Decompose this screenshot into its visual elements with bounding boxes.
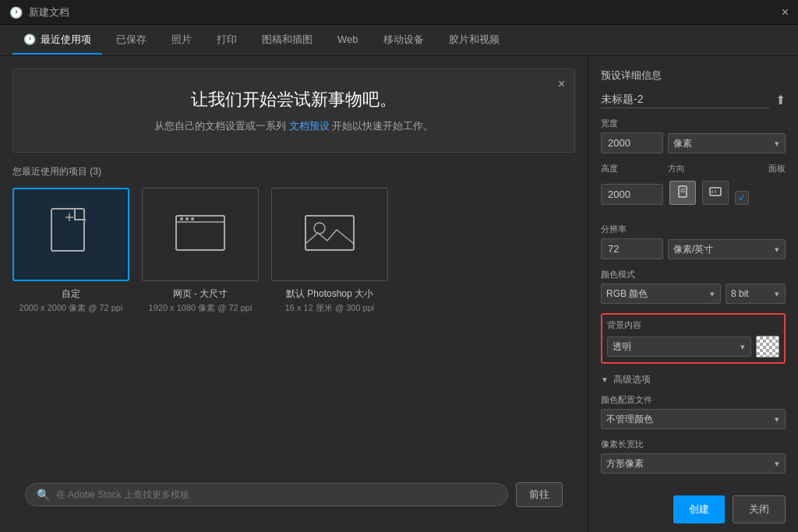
width-unit-select[interactable]: 像素 英寸 厘米 毫米 — [668, 133, 786, 153]
bg-content-row: 透明 白色 背景色 自定 — [607, 336, 779, 358]
svg-point-6 — [185, 217, 189, 220]
height-orientation-group: 高度 方向 面板 — [601, 163, 786, 214]
height-orient-row: ✓ — [601, 181, 786, 205]
banner-close-button[interactable]: × — [558, 77, 565, 91]
tab-art[interactable]: 图稿和插图 — [251, 26, 323, 55]
width-unit-wrap: 像素 英寸 厘米 毫米 — [668, 133, 786, 153]
portrait-button[interactable] — [669, 181, 696, 205]
tab-film[interactable]: 胶片和视频 — [438, 26, 510, 55]
recent-item-size-web: 1920 x 1080 像素 @ 72 ppi — [149, 302, 252, 314]
landscape-button[interactable] — [702, 181, 729, 205]
search-input-wrap[interactable]: 🔍 — [25, 483, 508, 506]
width-label: 宽度 — [601, 118, 786, 129]
bg-content-highlighted-group: 背景内容 透明 白色 背景色 自定 — [601, 313, 786, 364]
color-profile-group: 颜色配置文件 不管理颜色 sRGB Adobe RGB — [601, 394, 786, 429]
resolution-label: 分辨率 — [601, 224, 786, 235]
resolution-row: 像素/英寸 像素/厘米 — [601, 238, 786, 259]
height-orient-labels: 高度 方向 面板 — [601, 163, 786, 178]
close-button[interactable]: 关闭 — [733, 495, 786, 523]
banner-title: 让我们开始尝试新事物吧。 — [29, 88, 559, 111]
recent-items-list: 自定 2000 x 2000 像素 @ 72 ppi — [12, 188, 575, 314]
tab-photos[interactable]: 照片 — [161, 26, 203, 55]
color-profile-select-wrap: 不管理颜色 sRGB Adobe RGB — [601, 409, 786, 429]
recent-item-web[interactable]: 网页 - 大尺寸 1920 x 1080 像素 @ 72 ppi — [142, 188, 259, 314]
color-mode-select[interactable]: RGB 颜色 CMYK 颜色 灰度 — [601, 284, 721, 304]
recent-item-size-photoshop: 16 x 12 厘米 @ 300 ppi — [285, 302, 375, 314]
resolution-group: 分辨率 像素/英寸 像素/厘米 — [601, 224, 786, 259]
height-label: 高度 — [601, 163, 663, 174]
bg-content-label: 背景内容 — [607, 319, 779, 331]
banner: × 让我们开始尝试新事物吧。 从您自己的文档设置或一系列 文档预设 开始以快速开… — [12, 69, 575, 153]
tab-bar: 🕐 最近使用项 已保存 照片 打印 图稿和插图 Web 移动设备 胶片和视频 — [0, 25, 798, 56]
color-mode-select-wrap: RGB 颜色 CMYK 颜色 灰度 — [601, 284, 721, 304]
save-preset-button[interactable]: ⬆ — [775, 93, 786, 107]
tab-mobile[interactable]: 移动设备 — [373, 26, 435, 55]
recent-item-thumb-photoshop — [271, 188, 388, 281]
dialog: 🕐 最近使用项 已保存 照片 打印 图稿和插图 Web 移动设备 胶片和视频 — [0, 25, 798, 532]
bg-content-select[interactable]: 透明 白色 背景色 自定 — [607, 336, 751, 357]
color-profile-label: 颜色配置文件 — [601, 394, 786, 406]
recent-item-label-photoshop: 默认 Photoshop 大小 — [286, 287, 373, 301]
main-content: × 让我们开始尝试新事物吧。 从您自己的文档设置或一系列 文档预设 开始以快速开… — [0, 56, 798, 532]
banner-subtitle-text: 从您自己的文档设置或一系列 — [154, 120, 286, 132]
recent-item-thumb-web — [142, 188, 259, 281]
recent-item-thumb-custom — [12, 188, 129, 281]
pixel-aspect-select-wrap: 方形像素 D1/DV NTSC D1/DV PAL — [601, 453, 786, 474]
document-name-input[interactable] — [601, 92, 769, 108]
advanced-arrow-icon: ▼ — [601, 375, 609, 384]
recent-item-photoshop[interactable]: 默认 Photoshop 大小 16 x 12 厘米 @ 300 ppi — [271, 188, 388, 314]
search-bar: 🔍 前往 — [12, 470, 575, 520]
orientation-label: 方向 — [668, 163, 764, 174]
banner-link[interactable]: 文档预设 — [289, 120, 330, 132]
height-input[interactable] — [601, 184, 663, 205]
panel-title: 预设详细信息 — [601, 69, 786, 83]
svg-point-5 — [180, 217, 183, 220]
search-icon: 🔍 — [37, 488, 50, 501]
color-mode-group: 颜色模式 RGB 颜色 CMYK 颜色 灰度 8 bit 16 bit — [601, 269, 786, 304]
recent-section: 您最近使用的项目 (3) 自定 2000 — [0, 153, 588, 314]
color-mode-row: RGB 颜色 CMYK 颜色 灰度 8 bit 16 bit 32 bit — [601, 284, 786, 304]
svg-rect-8 — [305, 216, 354, 250]
recent-item-label-web: 网页 - 大尺寸 — [173, 287, 228, 301]
width-row: 像素 英寸 厘米 毫米 — [601, 132, 786, 153]
pixel-aspect-group: 像素长宽比 方形像素 D1/DV NTSC D1/DV PAL — [601, 439, 786, 474]
create-button[interactable]: 创建 — [673, 495, 725, 523]
width-input[interactable] — [601, 132, 663, 153]
tab-print[interactable]: 打印 — [206, 26, 248, 55]
left-panel: × 让我们开始尝试新事物吧。 从您自己的文档设置或一系列 文档预设 开始以快速开… — [0, 56, 588, 532]
color-depth-select-wrap: 8 bit 16 bit 32 bit — [726, 284, 786, 304]
clock-tab-icon: 🕐 — [23, 33, 36, 45]
title-bar-title: 新建文档 — [29, 5, 69, 19]
svg-rect-3 — [176, 216, 224, 250]
pixel-aspect-select[interactable]: 方形像素 D1/DV NTSC D1/DV PAL — [601, 453, 786, 474]
color-profile-select[interactable]: 不管理颜色 sRGB Adobe RGB — [601, 409, 786, 429]
recent-section-title: 您最近使用的项目 (3) — [12, 165, 575, 178]
tab-web[interactable]: Web — [327, 27, 369, 53]
color-depth-select[interactable]: 8 bit 16 bit 32 bit — [726, 284, 786, 304]
window-close-button[interactable]: × — [782, 5, 789, 19]
banner-subtitle-suffix: 开始以快速开始工作。 — [332, 120, 433, 132]
advanced-label: 高级选项 — [613, 373, 651, 386]
resolution-unit-wrap: 像素/英寸 像素/厘米 — [668, 239, 786, 259]
svg-point-9 — [314, 223, 325, 234]
resolution-unit-select[interactable]: 像素/英寸 像素/厘米 — [668, 239, 786, 259]
recent-item-custom[interactable]: 自定 2000 x 2000 像素 @ 72 ppi — [12, 188, 129, 314]
bottom-buttons: 创建 关闭 — [601, 483, 786, 523]
tab-recent[interactable]: 🕐 最近使用项 — [12, 26, 102, 55]
width-group: 宽度 像素 英寸 厘米 毫米 — [601, 118, 786, 153]
right-panel: 预设详细信息 ⬆ 宽度 像素 英寸 厘米 毫米 — [588, 56, 798, 532]
bg-color-swatch[interactable] — [756, 336, 779, 358]
search-input[interactable] — [56, 489, 496, 500]
tab-saved[interactable]: 已保存 — [105, 26, 157, 55]
title-bar: 🕐 新建文档 × — [0, 0, 798, 25]
color-mode-label: 颜色模式 — [601, 269, 786, 280]
panel-label: 面板 — [768, 163, 786, 174]
recent-item-size-custom: 2000 x 2000 像素 @ 72 ppi — [19, 302, 123, 314]
pixel-aspect-label: 像素长宽比 — [601, 439, 786, 450]
recent-item-label-custom: 自定 — [62, 287, 80, 301]
advanced-toggle[interactable]: ▼ 高级选项 — [601, 373, 786, 386]
clock-icon: 🕐 — [9, 6, 23, 19]
resolution-input[interactable] — [601, 238, 663, 259]
panel-checkbox[interactable]: ✓ — [735, 191, 749, 205]
goto-button[interactable]: 前往 — [516, 482, 563, 507]
